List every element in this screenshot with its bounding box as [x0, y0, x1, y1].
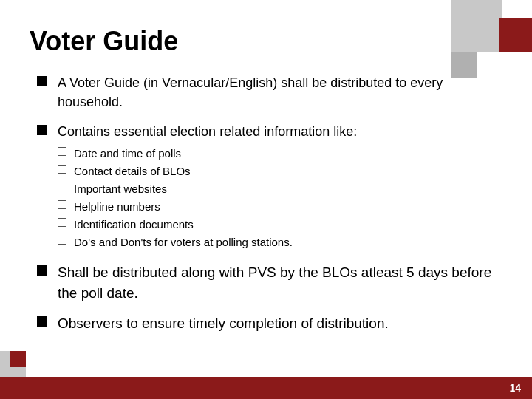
sub-bullet-icon	[58, 165, 66, 174]
sub-item-4: Helpline numbers	[74, 199, 160, 214]
bullet-square-3	[37, 265, 47, 276]
slide-title: Voter Guide	[30, 26, 502, 57]
bottom-bar: 14	[0, 377, 532, 399]
decor-square-dark-red	[499, 18, 532, 52]
list-item: Date and time of polls	[58, 146, 357, 161]
bullet-text-4: Observers to ensure timely completion of…	[58, 313, 389, 334]
bullet-item-3: Shall be distributed along with PVS by t…	[37, 262, 502, 303]
slide: Voter Guide A Voter Guide (in Vernacular…	[0, 0, 532, 399]
bullet-text-3: Shall be distributed along with PVS by t…	[58, 262, 502, 303]
decor-bl-darkred	[10, 351, 26, 367]
slide-content: A Voter Guide (in Vernacular/English) sh…	[30, 73, 502, 334]
bullet-square-1	[37, 76, 47, 86]
decor-square-gray-large	[451, 0, 502, 52]
sub-bullet-icon	[58, 236, 66, 245]
decor-square-gray-small	[451, 52, 477, 78]
list-item: Do's and Don'ts for voters at polling st…	[58, 234, 357, 250]
corner-decor-top-right	[451, 0, 532, 81]
bullet-item-2: Contains essential election related info…	[37, 122, 502, 252]
bullet-square-2	[37, 125, 47, 135]
sub-list: Date and time of polls Contact details o…	[58, 146, 357, 250]
list-item: Helpline numbers	[58, 199, 357, 214]
page-number: 14	[509, 382, 521, 394]
bullet-square-4	[37, 316, 47, 327]
list-item: Important websites	[58, 181, 357, 197]
sub-bullet-icon	[58, 218, 66, 227]
sub-item-5: Identification documents	[74, 216, 194, 232]
bullet-content-2: Contains essential election related info…	[58, 122, 357, 252]
sub-item-2: Contact details of BLOs	[74, 163, 191, 179]
corner-decor-bottom-left	[0, 340, 52, 377]
sub-bullet-icon	[58, 200, 66, 209]
sub-item-1: Date and time of polls	[74, 146, 181, 161]
sub-bullet-icon	[58, 147, 66, 156]
bullet-intro-2: Contains essential election related info…	[58, 124, 357, 139]
list-item: Identification documents	[58, 216, 357, 232]
sub-bullet-icon	[58, 183, 66, 191]
bullet-item-4: Observers to ensure timely completion of…	[37, 313, 502, 334]
sub-item-6: Do's and Don'ts for voters at polling st…	[74, 234, 293, 250]
list-item: Contact details of BLOs	[58, 163, 357, 179]
bullet-item-1: A Voter Guide (in Vernacular/English) sh…	[37, 73, 502, 112]
sub-item-3: Important websites	[74, 181, 167, 197]
bullet-text-1: A Voter Guide (in Vernacular/English) sh…	[58, 73, 502, 112]
